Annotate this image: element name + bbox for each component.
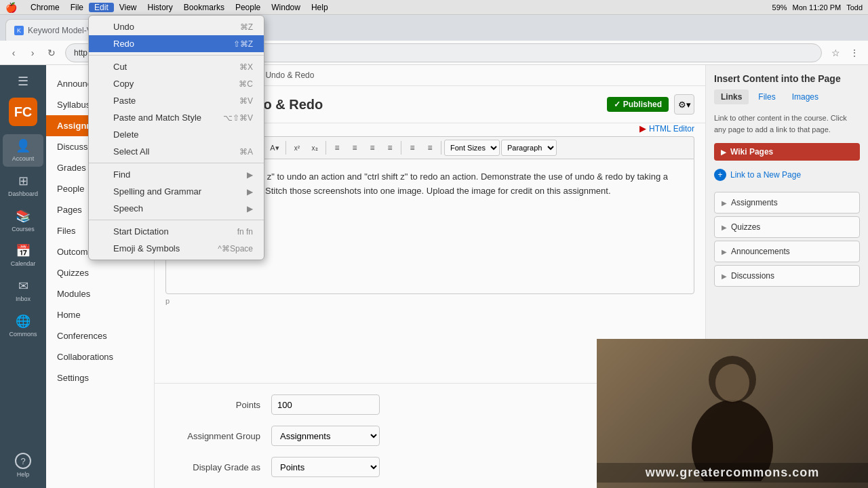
tab-images[interactable]: Images bbox=[785, 89, 825, 104]
nav-home[interactable]: Home bbox=[46, 304, 154, 325]
ctx-delete[interactable]: Delete bbox=[89, 126, 264, 143]
calendar-icon: 📅 bbox=[16, 243, 31, 258]
accordion-discussions-header[interactable]: ▶ Discussions bbox=[715, 266, 859, 286]
ctx-paste-label: Paste bbox=[113, 96, 234, 106]
toolbar-align-right-btn[interactable]: ≡ bbox=[364, 140, 380, 156]
toolbar-superscript-btn[interactable]: x² bbox=[289, 140, 305, 156]
toolbar-align-justify-btn[interactable]: ≡ bbox=[382, 140, 398, 156]
ctx-select-all[interactable]: Select All ⌘A bbox=[89, 143, 264, 160]
wiki-pages-label: Wiki Pages bbox=[730, 147, 773, 157]
tab-files[interactable]: Files bbox=[751, 89, 782, 104]
link-new-page-label: Link to a New Page bbox=[730, 170, 801, 180]
menu-bookmarks[interactable]: Bookmarks bbox=[178, 3, 230, 12]
menu-people[interactable]: People bbox=[230, 3, 266, 12]
assignment-group-select[interactable]: Assignments bbox=[271, 426, 380, 446]
acc-arrow-announcements: ▶ bbox=[722, 248, 727, 256]
svg-point-2 bbox=[715, 364, 749, 402]
ctx-emoji[interactable]: Emoji & Symbols ^⌘Space bbox=[89, 240, 264, 257]
toolbar-align-left-btn[interactable]: ≡ bbox=[329, 140, 345, 156]
courses-icon: 📚 bbox=[16, 209, 31, 224]
menu-window[interactable]: Window bbox=[266, 3, 306, 12]
menu-help[interactable]: Help bbox=[306, 3, 334, 12]
menubar-right: 59% Mon 11:20 PM Todd bbox=[772, 3, 863, 12]
acc-arrow-discussions: ▶ bbox=[722, 272, 727, 280]
gear-button[interactable]: ⚙ ▾ bbox=[674, 94, 694, 115]
sidebar-hamburger[interactable]: ☰ bbox=[3, 70, 43, 92]
reload-button[interactable]: ↻ bbox=[43, 45, 60, 61]
acc-arrow-assignments: ▶ bbox=[722, 199, 727, 207]
apple-logo[interactable]: 🍎 bbox=[5, 2, 17, 13]
rp-description: Link to other content in the course. Cli… bbox=[714, 113, 860, 135]
wiki-pages-arrow: ▶ bbox=[721, 148, 726, 156]
html-editor-link[interactable]: HTML Editor bbox=[649, 124, 694, 134]
accordion-announcements[interactable]: ▶ Announcements bbox=[714, 241, 860, 262]
ctx-undo[interactable]: Undo ⌘Z bbox=[89, 18, 264, 35]
font-size-select[interactable]: Font Sizes bbox=[444, 140, 500, 156]
menu-button[interactable]: ⋮ bbox=[846, 45, 863, 61]
toolbar-list-unordered-btn[interactable]: ≡ bbox=[404, 140, 420, 156]
back-button[interactable]: ‹ bbox=[5, 45, 22, 61]
menu-chrome[interactable]: Chrome bbox=[25, 3, 65, 12]
inbox-icon: ✉ bbox=[18, 279, 28, 293]
ctx-paste-match[interactable]: Paste and Match Style ⌥⇧⌘V bbox=[89, 109, 264, 126]
bookmark-button[interactable]: ☆ bbox=[827, 45, 844, 61]
canvas-logo: FC bbox=[9, 98, 37, 126]
sidebar-item-commons[interactable]: 🌐 Commons bbox=[3, 310, 43, 342]
display-grade-select[interactable]: Points bbox=[271, 457, 380, 477]
toolbar-align-center-btn[interactable]: ≡ bbox=[347, 140, 363, 156]
toolbar-list-ordered-btn[interactable]: ≡ bbox=[422, 140, 438, 156]
menu-view[interactable]: View bbox=[114, 3, 142, 12]
accordion-discussions[interactable]: ▶ Discussions bbox=[714, 265, 860, 287]
accordion-announcements-header[interactable]: ▶ Announcements bbox=[715, 241, 859, 262]
html-editor-icon: ▶ bbox=[639, 123, 646, 134]
nav-settings[interactable]: Settings bbox=[46, 367, 154, 388]
nav-buttons: ‹ › ↻ bbox=[5, 45, 60, 61]
account-icon: 👤 bbox=[16, 138, 31, 153]
commons-icon: 🌐 bbox=[16, 314, 31, 329]
sidebar-item-courses[interactable]: 📚 Courses bbox=[3, 205, 43, 237]
right-panel-tabs: Links Files Images bbox=[714, 89, 860, 104]
accordion-assignments[interactable]: ▶ Assignments bbox=[714, 192, 860, 214]
toolbar-highlight-btn[interactable]: A▾ bbox=[267, 140, 283, 156]
accordion-quizzes[interactable]: ▶ Quizzes bbox=[714, 216, 860, 238]
accordion-quizzes-header[interactable]: ▶ Quizzes bbox=[715, 217, 859, 237]
wiki-pages-section[interactable]: ▶ Wiki Pages bbox=[714, 143, 860, 161]
gear-dropdown-icon: ▾ bbox=[686, 100, 691, 110]
ctx-copy[interactable]: Copy ⌘C bbox=[89, 75, 264, 92]
ctx-redo-label: Redo bbox=[113, 39, 228, 49]
sidebar-item-calendar[interactable]: 📅 Calendar bbox=[3, 239, 43, 272]
menu-edit[interactable]: Edit bbox=[89, 3, 114, 12]
ctx-redo[interactable]: Redo ⇧⌘Z bbox=[89, 35, 264, 52]
sidebar-item-dashboard[interactable]: ⊞ Dashboard bbox=[3, 169, 43, 202]
sidebar-item-help[interactable]: ? Help bbox=[3, 449, 43, 483]
ctx-cut[interactable]: Cut ⌘X bbox=[89, 58, 264, 75]
ctx-find[interactable]: Find ▶ bbox=[89, 166, 264, 183]
ctx-spelling[interactable]: Spelling and Grammar ▶ bbox=[89, 183, 264, 200]
sidebar-item-account[interactable]: 👤 Account bbox=[3, 134, 43, 167]
nav-conferences[interactable]: Conferences bbox=[46, 325, 154, 346]
context-menu: Undo ⌘Z Redo ⇧⌘Z Cut ⌘X Copy ⌘C Paste ⌘V… bbox=[88, 15, 264, 260]
paragraph-select[interactable]: Paragraph bbox=[501, 140, 557, 156]
points-input[interactable] bbox=[271, 394, 380, 415]
ctx-cut-label: Cut bbox=[113, 62, 234, 72]
ctx-divider-3 bbox=[89, 220, 264, 220]
tab-links[interactable]: Links bbox=[714, 89, 749, 104]
forward-button[interactable]: › bbox=[24, 45, 41, 61]
ctx-paste-match-label: Paste and Match Style bbox=[113, 113, 218, 123]
link-new-page[interactable]: + Link to a New Page bbox=[714, 166, 860, 184]
checkmark-icon: ✓ bbox=[614, 100, 620, 109]
nav-quizzes[interactable]: Quizzes bbox=[46, 262, 154, 283]
ctx-speech-label: Speech bbox=[113, 203, 247, 214]
nav-modules[interactable]: Modules bbox=[46, 283, 154, 304]
sidebar-item-inbox[interactable]: ✉ Inbox bbox=[3, 274, 43, 307]
help-icon: ? bbox=[15, 453, 31, 469]
mac-menubar: 🍎 Chrome File Edit View History Bookmark… bbox=[0, 0, 868, 15]
nav-collaborations[interactable]: Collaborations bbox=[46, 346, 154, 367]
menu-history[interactable]: History bbox=[142, 3, 178, 12]
toolbar-subscript-btn[interactable]: x₂ bbox=[307, 140, 323, 156]
ctx-start-dictation[interactable]: Start Dictation fn fn bbox=[89, 223, 264, 240]
accordion-assignments-header[interactable]: ▶ Assignments bbox=[715, 192, 859, 213]
menu-file[interactable]: File bbox=[65, 3, 89, 12]
ctx-paste[interactable]: Paste ⌘V bbox=[89, 92, 264, 109]
ctx-speech[interactable]: Speech ▶ bbox=[89, 200, 264, 217]
